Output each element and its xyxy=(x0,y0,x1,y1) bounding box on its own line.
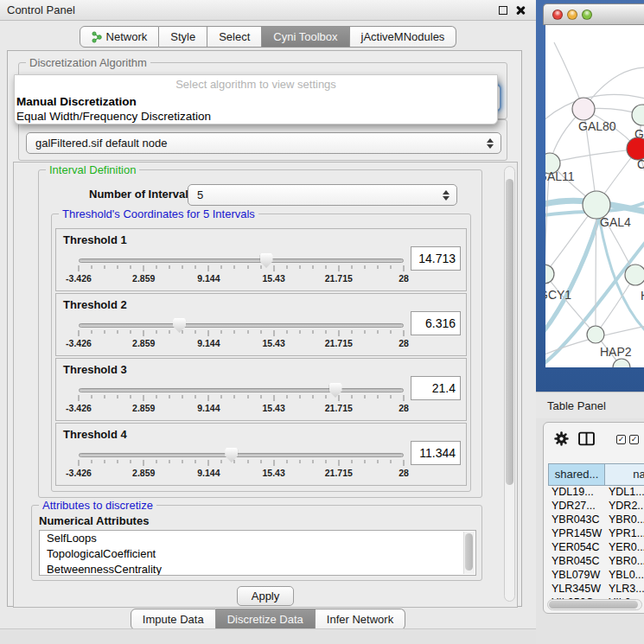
settings-panel: Interval Definition Number of Intervals … xyxy=(13,162,518,608)
close-icon[interactable] xyxy=(514,4,526,16)
number-of-intervals-combobox[interactable]: 5 xyxy=(188,184,457,206)
mac-close-button[interactable] xyxy=(552,10,563,20)
tab-jactivemnodules[interactable]: jActiveMNodules xyxy=(350,26,457,48)
table-row[interactable]: YER054C YER0... xyxy=(548,541,644,555)
node-label: HAP2 xyxy=(600,345,632,359)
table-row[interactable]: YLR345W YLR3... xyxy=(548,583,644,596)
table-data-value: galFiltered.sif default node xyxy=(35,133,481,154)
numerical-attributes-list[interactable]: SelfLoopsTopologicalCoefficientBetweenne… xyxy=(39,530,476,576)
tick-label: 9.144 xyxy=(197,468,220,478)
column-header-name[interactable]: na xyxy=(605,463,644,486)
tick-label: -3.426 xyxy=(66,468,92,478)
tab-cyni-toolbox[interactable]: Cyni Toolbox xyxy=(262,26,349,48)
slider-track[interactable] xyxy=(79,388,404,392)
table-row[interactable]: YBR045C YBR0... xyxy=(548,555,644,569)
threshold-value-field[interactable]: 11.344 xyxy=(411,441,461,465)
float-window-icon[interactable] xyxy=(499,6,507,15)
mac-minimize-button[interactable] xyxy=(567,10,577,20)
cell-name: YBR0... xyxy=(609,555,644,567)
gear-icon[interactable] xyxy=(554,431,569,450)
threshold-block: Threshold 1 -3.4262.8599.14415.4321.7152… xyxy=(55,228,467,291)
list-item[interactable]: TopologicalCoefficient xyxy=(40,546,475,562)
cell-name: YDR2... xyxy=(609,500,644,512)
network-node-gal80[interactable] xyxy=(572,98,595,120)
threshold-label: Threshold 4 xyxy=(63,428,127,441)
tab-discretize-data[interactable]: Discretize Data xyxy=(216,609,316,630)
table-panel-body: ✓ ✓ shared... na YDL19... YDL1... YDR27.… xyxy=(543,422,644,614)
dropdown-option[interactable]: Manual Discretization xyxy=(15,94,497,109)
table-panel-title: Table Panel xyxy=(547,392,606,419)
list-item[interactable]: SelfLoops xyxy=(40,531,475,546)
tick-label: 21.715 xyxy=(325,273,353,284)
cell-shared-name: YLR345W xyxy=(552,583,605,595)
list-item[interactable]: BetweennessCentrality xyxy=(40,562,475,576)
tab-label: Network xyxy=(106,30,148,43)
tab-network[interactable]: Network xyxy=(80,26,160,48)
table-header-row: shared... na xyxy=(548,463,644,486)
cell-shared-name: YDR27... xyxy=(552,500,605,512)
table-row[interactable]: YPR145W YPR1... xyxy=(548,527,644,541)
threshold-value-field[interactable]: 6.316 xyxy=(411,311,461,335)
tab-label: Select xyxy=(219,30,250,43)
checkbox-icon[interactable]: ✓ xyxy=(616,435,626,444)
tick-label: 28 xyxy=(399,273,409,284)
mac-zoom-button[interactable] xyxy=(582,10,592,20)
bottom-tab-bar: Impute Data Discretize Data Infer Networ… xyxy=(0,609,536,630)
apply-button[interactable]: Apply xyxy=(237,586,294,606)
column-header-shared[interactable]: shared... xyxy=(548,463,605,486)
table-data-combobox[interactable]: galFiltered.sif default node xyxy=(26,132,501,154)
tick-label: -3.426 xyxy=(66,403,92,413)
network-node-ha[interactable] xyxy=(625,265,644,285)
group-title-thresholds: Threshold's Coordinates for 5 Intervals xyxy=(59,207,258,220)
tick-label: -3.426 xyxy=(66,273,92,284)
slider-ticks xyxy=(79,395,404,402)
threshold-value-field[interactable]: 14.713 xyxy=(411,246,461,271)
network-node-gal[interactable] xyxy=(632,105,644,125)
tab-infer-network[interactable]: Infer Network xyxy=(316,609,405,630)
network-node-gcy1[interactable] xyxy=(545,265,554,284)
screen: Control Panel Network Style Select Cyni … xyxy=(0,0,644,644)
tab-style[interactable]: Style xyxy=(159,26,207,48)
table-row[interactable]: YBL079W YBL0... xyxy=(548,569,644,583)
checkbox-icon[interactable]: ✓ xyxy=(629,435,639,444)
slider-track[interactable] xyxy=(79,258,404,263)
group-title-interval-definition: Interval Definition xyxy=(46,163,139,176)
slider-track[interactable] xyxy=(79,453,404,457)
threshold-label: Threshold 2 xyxy=(63,298,127,311)
node-label: GAL80 xyxy=(578,119,616,133)
threshold-block: Threshold 3 -3.4262.8599.14415.4321.7152… xyxy=(55,358,467,421)
threshold-slider[interactable]: -3.4262.8599.14415.4321.71528 xyxy=(79,381,404,419)
tab-label: Style xyxy=(170,30,195,43)
settings-scrollbar[interactable] xyxy=(504,166,515,602)
table-row[interactable]: YDL19... YDL1... xyxy=(548,486,644,500)
tick-label: -3.426 xyxy=(66,338,92,348)
table-row[interactable]: YBR043C YBR0... xyxy=(548,513,644,527)
slider-tick-labels: -3.4262.8599.14415.4321.71528 xyxy=(79,403,404,414)
window-title: Control Panel xyxy=(7,0,75,20)
threshold-slider[interactable]: -3.4262.8599.14415.4321.71528 xyxy=(79,316,404,354)
cell-shared-name: YBL079W xyxy=(552,569,605,581)
cell-name: YBL0... xyxy=(609,569,644,581)
tab-label: Discretize Data xyxy=(227,613,303,626)
slider-track[interactable] xyxy=(79,323,404,328)
tab-impute-data[interactable]: Impute Data xyxy=(131,609,216,630)
table-hscrollbar[interactable] xyxy=(547,599,642,610)
network-node-hap2[interactable] xyxy=(587,326,604,343)
dropdown-option[interactable]: Equal Width/Frequency Discretization xyxy=(15,109,497,124)
cell-shared-name: YER054C xyxy=(552,541,605,553)
tab-select[interactable]: Select xyxy=(207,26,262,48)
slider-ticks xyxy=(79,460,404,467)
node-label: HA xyxy=(641,289,644,303)
threshold-slider[interactable]: -3.4262.8599.14415.4321.71528 xyxy=(79,446,404,484)
threshold-value-field[interactable]: 21.4 xyxy=(411,376,461,400)
split-columns-icon[interactable] xyxy=(578,431,595,450)
threshold-slider[interactable]: -3.4262.8599.14415.4321.71528 xyxy=(79,252,404,290)
tick-label: 21.715 xyxy=(325,403,353,413)
node-label: GAL4 xyxy=(600,215,631,229)
cell-name: YPR1... xyxy=(609,527,644,539)
table-panel-header: Table Panel xyxy=(536,392,644,418)
table-row[interactable]: YDR27... YDR2... xyxy=(548,500,644,513)
attributes-list-scrollbar[interactable] xyxy=(463,532,475,574)
slider-tick-labels: -3.4262.8599.14415.4321.71528 xyxy=(79,338,404,349)
network-canvas[interactable]: GAL80GALCGAL11GAL4GCY1HAHAP2 xyxy=(545,25,644,367)
